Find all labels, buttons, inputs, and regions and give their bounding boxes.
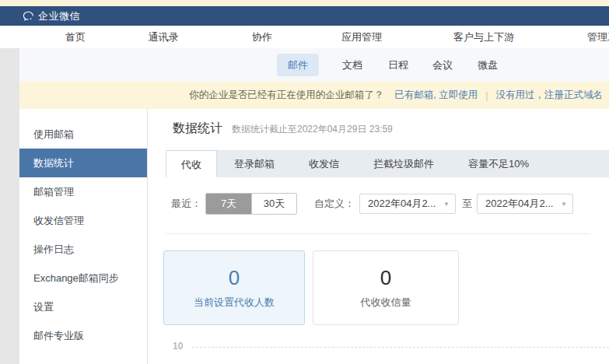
page-title: 数据统计: [173, 121, 222, 137]
chart-y-tick-10: 10: [173, 341, 183, 352]
subnav-item-calendar[interactable]: 日程: [377, 54, 419, 76]
nav-item-customers[interactable]: 客户与上下游: [453, 26, 514, 48]
card-proxy-users: 0 当前设置代收人数: [163, 250, 305, 325]
range-7d-button[interactable]: 7天: [206, 194, 251, 214]
card-proxy-received-value: 0: [380, 266, 391, 289]
subnav-item-docs[interactable]: 文档: [331, 54, 373, 76]
sidebar-item-exchange-sync[interactable]: Exchange邮箱同步: [19, 264, 147, 292]
sub-nav: 邮件 文档 日程 会议 微盘: [19, 48, 609, 82]
mailbox-notice-banner: 你的企业是否已经有正在使用的企业邮箱了？ 已有邮箱, 立即使用 | 没有用过，注…: [19, 82, 609, 109]
nav-item-home[interactable]: 首页: [65, 26, 86, 48]
nav-item-contacts[interactable]: 通讯录: [149, 26, 179, 48]
sidebar-item-sendrecv-mgmt[interactable]: 收发信管理: [19, 206, 147, 235]
subnav-item-drive[interactable]: 微盘: [467, 54, 509, 76]
subnav-item-meeting[interactable]: 会议: [422, 54, 464, 76]
left-page-margin: [0, 48, 19, 364]
nav-item-tools[interactable]: 管理工具: [587, 26, 609, 48]
date-from-value: 2022年04月2...: [368, 197, 436, 211]
date-to-dropdown[interactable]: 2022年04月2... ▼: [477, 194, 573, 214]
tab-proxy-collect[interactable]: 代收: [166, 150, 217, 177]
tab-spam-intercept[interactable]: 拦截垃圾邮件: [356, 150, 451, 177]
filter-row: 最近： 7天 30天 自定义： 2022年04月2... ▼ 至 2022年04…: [171, 193, 573, 215]
sidebar-item-use-mailbox[interactable]: 使用邮箱: [19, 120, 147, 149]
sidebar-item-mailbox-mgmt[interactable]: 邮箱管理: [19, 177, 147, 206]
nav-item-collab[interactable]: 协作: [252, 26, 272, 48]
chart-gridline: [192, 347, 609, 348]
to-label: 至: [462, 197, 472, 211]
nav-item-apps[interactable]: 应用管理: [341, 26, 382, 48]
card-proxy-users-label: 当前设置代收人数: [194, 296, 275, 310]
card-proxy-received-label: 代收收信量: [361, 296, 411, 310]
custom-label: 自定义：: [314, 197, 355, 211]
date-to-value: 2022年04月2...: [485, 197, 553, 211]
section-divider: [166, 233, 590, 234]
page-subtitle: 数据统计截止至2022年04月29日 23:59: [232, 123, 393, 136]
brand-logo[interactable]: 企业微信: [22, 9, 80, 23]
main-nav: 首页 通讯录 协作 应用管理 客户与上下游 管理工具: [0, 26, 609, 48]
main-content: 数据统计 数据统计截止至2022年04月29日 23:59 代收 登录邮箱 收发…: [148, 109, 609, 364]
title-row: 数据统计 数据统计截止至2022年04月29日 23:59: [173, 121, 393, 137]
wechat-work-logo-icon: [22, 10, 34, 23]
banner-question: 你的企业是否已经有正在使用的企业邮箱了？: [189, 89, 383, 102]
chevron-down-icon: ▼: [561, 201, 567, 208]
tab-send-receive[interactable]: 收发信: [292, 150, 356, 177]
range-30d-button[interactable]: 30天: [251, 194, 296, 214]
card-proxy-users-value: 0: [229, 266, 240, 289]
recent-label: 最近：: [171, 197, 201, 211]
tab-low-capacity[interactable]: 容量不足10%: [451, 150, 546, 177]
top-page-strip: [0, 0, 609, 6]
subnav-item-mail[interactable]: 邮件: [277, 54, 319, 76]
card-proxy-received: 0 代收收信量: [313, 250, 459, 325]
brand-name: 企业微信: [38, 9, 80, 23]
stats-tabstrip: 代收 登录邮箱 收发信 拦截垃圾邮件 容量不足10%: [166, 150, 609, 177]
sidebar-item-settings[interactable]: 设置: [19, 292, 147, 321]
stat-cards: 0 当前设置代收人数 0 代收收信量: [163, 250, 459, 325]
chevron-down-icon: ▼: [443, 201, 450, 208]
sidebar-item-operation-log[interactable]: 操作日志: [19, 235, 147, 264]
top-brand-bar: 企业微信: [0, 6, 609, 26]
sidebar: 使用邮箱 数据统计 邮箱管理 收发信管理 操作日志 Exchange邮箱同步 设…: [19, 109, 148, 364]
tab-login-mailbox[interactable]: 登录邮箱: [217, 150, 292, 177]
banner-divider: |: [485, 90, 488, 101]
sidebar-item-data-statistics[interactable]: 数据统计: [19, 149, 147, 177]
banner-link-have-mailbox[interactable]: 已有邮箱, 立即使用: [394, 89, 478, 102]
date-from-dropdown[interactable]: 2022年04月2... ▼: [359, 194, 456, 214]
sidebar-item-mail-pro[interactable]: 邮件专业版: [19, 321, 147, 350]
range-button-group: 7天 30天: [205, 193, 297, 215]
banner-link-register-domain[interactable]: 没有用过，注册正式域名: [496, 89, 604, 102]
